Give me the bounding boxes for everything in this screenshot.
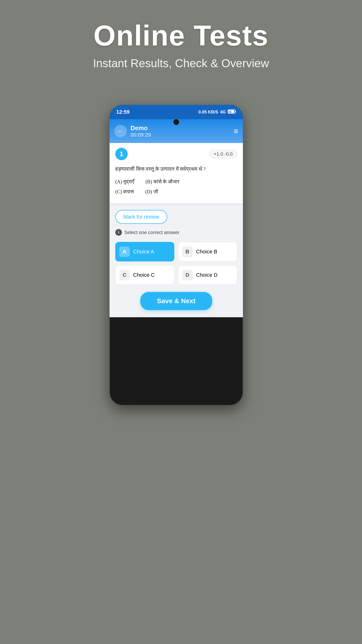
battery-level: 66: [228, 109, 236, 115]
header-timer: 00:09:29: [130, 132, 234, 138]
choice-a-label: Choice A: [133, 248, 154, 255]
answer-section: Mark for review i Select one correct ans…: [110, 205, 243, 317]
page-title: Online Tests: [0, 19, 362, 52]
choice-a-button[interactable]: A Choice A: [115, 242, 174, 262]
menu-button[interactable]: ≡: [234, 127, 238, 136]
section-divider: [110, 203, 243, 205]
choice-c-button[interactable]: C Choice C: [115, 265, 174, 285]
info-icon: i: [115, 229, 122, 236]
network-speed: 0.05 KB/S: [198, 110, 218, 115]
mark-review-button[interactable]: Mark for review: [115, 210, 167, 224]
status-bar: 12:59 0.05 KB/S 4G 66: [110, 105, 243, 119]
svg-text:66: 66: [229, 110, 232, 113]
back-button[interactable]: ←: [114, 125, 127, 137]
question-options: (A) मुद्राएँ (B) कांसे के औजार (C) कपास …: [115, 176, 237, 197]
header-title: Demo: [130, 124, 234, 132]
header-info: Demo 00:09:29: [130, 124, 234, 138]
choice-b-letter: B: [182, 246, 193, 257]
phone-screen: 12:59 0.05 KB/S 4G 66: [110, 105, 243, 405]
save-next-button[interactable]: Save & Next: [140, 292, 212, 310]
choice-b-button[interactable]: B Choice B: [178, 242, 237, 262]
instruction-text: i Select one correct answer: [115, 229, 237, 236]
page-subtitle: Instant Results, Check & Overview: [0, 57, 362, 70]
network-type: 4G: [220, 110, 226, 115]
choices-grid: A Choice A B Choice B C Choice C D Choic…: [115, 242, 237, 285]
choice-b-label: Choice B: [196, 248, 217, 255]
phone-device: 12:59 0.05 KB/S 4G 66: [110, 105, 243, 405]
question-text: हड़प्पावासी किस वस्तु के उत्पादन में सर्…: [115, 164, 237, 197]
camera-notch: [173, 119, 179, 125]
choice-c-label: Choice C: [133, 272, 155, 278]
question-number: 1: [115, 148, 128, 160]
choice-d-button[interactable]: D Choice D: [178, 265, 237, 285]
score-badge: +1.0 -0.0: [209, 150, 237, 158]
choice-a-letter: A: [119, 246, 130, 257]
question-area: 1 +1.0 -0.0 हड़प्पावासी किस वस्तु के उत्…: [110, 143, 243, 203]
choice-d-label: Choice D: [196, 272, 217, 278]
question-header: 1 +1.0 -0.0: [115, 148, 237, 160]
title-area: Online Tests Instant Results, Check & Ov…: [0, 19, 362, 70]
status-time: 12:59: [116, 109, 130, 115]
svg-rect-1: [235, 110, 236, 112]
status-right: 0.05 KB/S 4G 66: [198, 109, 236, 115]
choice-c-letter: C: [119, 270, 130, 280]
phone-wrapper: 12:59 0.05 KB/S 4G 66: [98, 100, 264, 422]
choice-d-letter: D: [182, 270, 193, 280]
